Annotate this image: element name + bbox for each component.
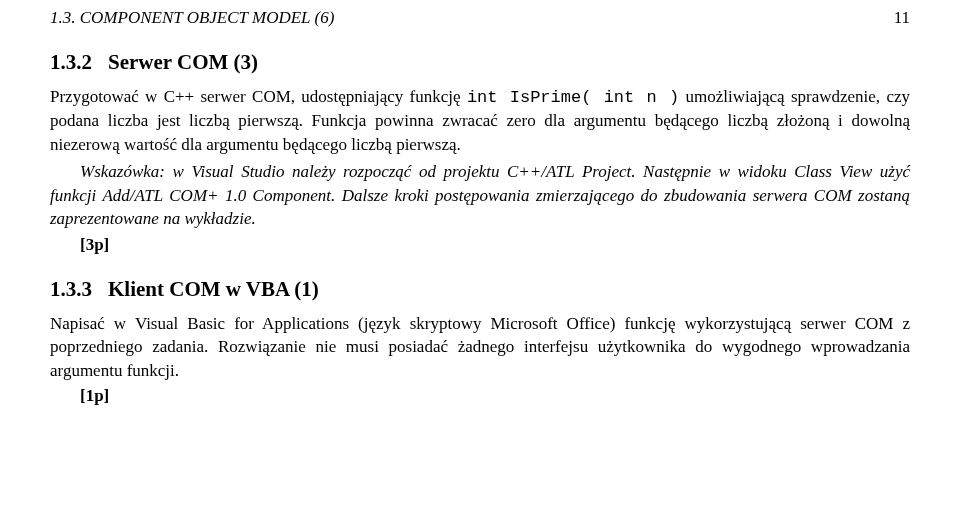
section-1-3-3-heading: 1.3.3Klient COM w VBA (1) xyxy=(50,277,910,302)
section-number: 1.3.2 xyxy=(50,50,92,74)
page-number: 11 xyxy=(894,8,910,28)
section-number: 1.3.3 xyxy=(50,277,92,301)
section-title: Serwer COM (3) xyxy=(108,50,258,74)
section-1-3-3-points: [1p] xyxy=(80,386,910,406)
header-section-title: 1.3. COMPONENT OBJECT MODEL (6) xyxy=(50,8,334,28)
section-title: Klient COM w VBA (1) xyxy=(108,277,319,301)
hint-text: Wskazówka: w Visual Studio należy rozpoc… xyxy=(50,162,910,228)
section-1-3-2-hint: Wskazówka: w Visual Studio należy rozpoc… xyxy=(50,160,910,230)
inline-code: int IsPrime( int n ) xyxy=(467,88,679,107)
section-1-3-3-paragraph-1: Napisać w Visual Basic for Applications … xyxy=(50,312,910,382)
page-content: 1.3. COMPONENT OBJECT MODEL (6) 11 1.3.2… xyxy=(0,0,960,426)
section-1-3-2-points: [3p] xyxy=(80,235,910,255)
section-1-3-2-paragraph-1: Przygotować w C++ serwer COM, udostępnia… xyxy=(50,85,910,156)
text-run: Przygotować w C++ serwer COM, udostępnia… xyxy=(50,87,467,106)
section-1-3-2-heading: 1.3.2Serwer COM (3) xyxy=(50,50,910,75)
running-header: 1.3. COMPONENT OBJECT MODEL (6) 11 xyxy=(50,8,910,28)
